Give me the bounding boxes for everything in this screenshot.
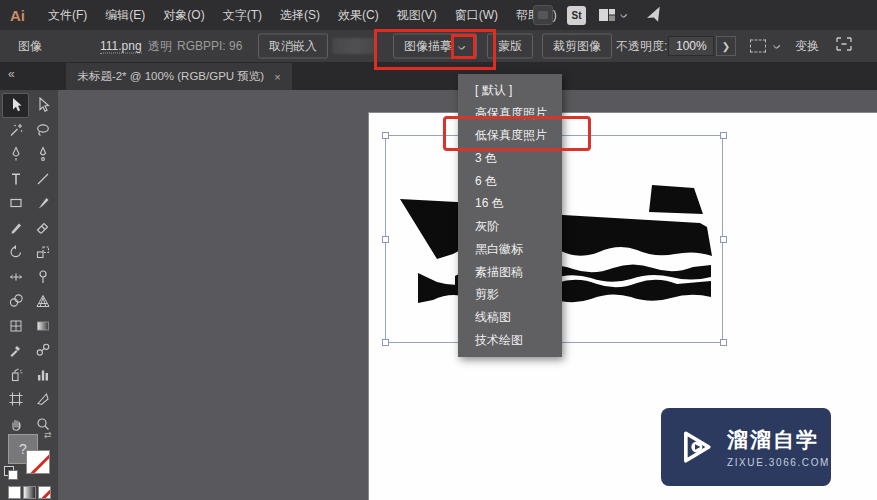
disabled-button [332, 38, 376, 54]
arrange-documents-icon[interactable]: ᨆ [598, 0, 628, 30]
object-type-label: 图像 [18, 38, 42, 55]
selection-handle[interactable] [720, 339, 727, 346]
trace-preset-bw-logo[interactable]: 黑白徽标 [458, 238, 562, 261]
trace-preset-technical-drawing[interactable]: 技术绘图 [458, 329, 562, 352]
ppi-label: PPI: 96 [203, 39, 242, 53]
menu-select[interactable]: 选择(S) [271, 0, 329, 30]
appearance-style-button[interactable]: ᨆ [750, 40, 781, 53]
transparency-label: 透明 [148, 38, 172, 55]
slice-tool[interactable] [29, 387, 56, 412]
pencil-tool[interactable] [2, 216, 29, 241]
opacity-expand-button[interactable]: ❯ [716, 36, 736, 56]
magic-wand-tool[interactable] [2, 118, 29, 143]
puppet-warp-tool[interactable] [29, 265, 56, 290]
chevron-down-icon: ᨆ [773, 41, 781, 52]
artboard-tool[interactable] [2, 387, 29, 412]
scale-tool[interactable] [29, 240, 56, 265]
direct-selection-tool[interactable] [29, 93, 56, 118]
default-fill-stroke-icon[interactable] [4, 466, 14, 476]
rectangle-tool[interactable] [2, 191, 29, 216]
style-swatch-icon [750, 40, 766, 53]
graph-tool[interactable] [29, 363, 56, 388]
selection-handle[interactable] [720, 236, 727, 243]
width-tool[interactable] [2, 265, 29, 290]
collapse-panel-button[interactable]: « [8, 67, 15, 81]
menu-effect[interactable]: 效果(C) [329, 0, 388, 30]
opacity-value-field[interactable]: 100% [668, 36, 714, 56]
trace-preset-16-colors[interactable]: 16 色 [458, 192, 562, 215]
eraser-tool[interactable] [29, 216, 56, 241]
hand-tool[interactable] [2, 412, 29, 437]
menu-edit[interactable]: 编辑(E) [96, 0, 154, 30]
chevron-down-icon: ᨆ [620, 10, 628, 21]
app-logo-icon: Ai [10, 7, 25, 24]
selection-handle[interactable] [382, 339, 389, 346]
none-swatch-button[interactable] [38, 486, 51, 499]
gradient-tool[interactable] [29, 314, 56, 339]
menu-file[interactable]: 文件(F) [39, 0, 96, 30]
pen-tool[interactable] [2, 142, 29, 167]
paintbrush-tool[interactable] [29, 191, 56, 216]
selection-handle[interactable] [720, 132, 727, 139]
tab-close-icon[interactable]: × [274, 71, 280, 83]
type-tool[interactable] [2, 167, 29, 192]
selection-handle[interactable] [382, 132, 389, 139]
menu-view[interactable]: 视图(V) [388, 0, 446, 30]
symbol-sprayer-tool[interactable] [2, 363, 29, 388]
shape-builder-tool[interactable] [2, 289, 29, 314]
bridge-icon[interactable] [533, 0, 553, 30]
document-tab-title: 未标题-2* @ 100% (RGB/GPU 预览) [77, 69, 264, 84]
menu-type[interactable]: 文字(T) [214, 0, 271, 30]
filename-link[interactable]: 111.png [100, 39, 142, 54]
mesh-tool[interactable] [2, 314, 29, 339]
crop-image-button[interactable]: 裁剪图像 [542, 34, 612, 59]
trace-preset-default[interactable]: [ 默认 ] [458, 79, 562, 102]
play-logo-icon [673, 423, 717, 471]
trace-preset-silhouette[interactable]: 剪影 [458, 283, 562, 306]
selection-tool[interactable] [2, 93, 29, 118]
trace-preset-6-colors[interactable]: 6 色 [458, 170, 562, 193]
main-menu: 文件(F) 编辑(E) 对象(O) 文字(T) 选择(S) 效果(C) 视图(V… [39, 0, 566, 30]
cancel-embed-button[interactable]: 取消嵌入 [258, 34, 328, 59]
trace-preset-sketch-art[interactable]: 素描图稿 [458, 261, 562, 284]
transform-button[interactable]: 变换 [795, 38, 819, 55]
opacity-label: 不透明度: [616, 38, 667, 55]
menu-window[interactable]: 窗口(W) [446, 0, 507, 30]
annotation-box-low-fidelity [443, 116, 591, 151]
selection-handle[interactable] [382, 236, 389, 243]
watermark-title: 溜溜自学 [727, 426, 830, 454]
lasso-tool[interactable] [29, 118, 56, 143]
watermark-site: ZIXUE.3066.COM [727, 457, 830, 468]
watermark-badge: 溜溜自学 ZIXUE.3066.COM [661, 408, 831, 486]
color-swatch-button[interactable] [8, 486, 21, 499]
menu-bar: Ai 文件(F) 编辑(E) 对象(O) 文字(T) 选择(S) 效果(C) 视… [0, 0, 877, 30]
trace-preset-grayscale[interactable]: 灰阶 [458, 215, 562, 238]
curvature-tool[interactable] [29, 142, 56, 167]
share-icon[interactable] [645, 0, 663, 30]
align-icon[interactable] [835, 36, 853, 56]
eyedropper-tool[interactable] [2, 338, 29, 363]
annotation-box-chevron [451, 34, 476, 59]
tools-panel: ⇄ ? [0, 90, 58, 500]
swap-fill-stroke-icon[interactable]: ⇄ [44, 430, 52, 440]
menu-object[interactable]: 对象(O) [154, 0, 213, 30]
stock-icon[interactable]: St [567, 0, 586, 30]
document-tab[interactable]: 未标题-2* @ 100% (RGB/GPU 预览) × [66, 63, 292, 90]
none-slash-icon [28, 450, 50, 474]
perspective-grid-tool[interactable] [29, 289, 56, 314]
gradient-swatch-button[interactable] [23, 486, 36, 499]
none-slash-icon [39, 486, 51, 499]
illustrator-window: Ai 文件(F) 编辑(E) 对象(O) 文字(T) 选择(S) 效果(C) 视… [0, 0, 877, 500]
trace-preset-line-art[interactable]: 线稿图 [458, 306, 562, 329]
rotate-tool[interactable] [2, 240, 29, 265]
annotation-box-image-trace [374, 29, 496, 70]
line-segment-tool[interactable] [29, 167, 56, 192]
blend-tool[interactable] [29, 338, 56, 363]
stroke-color-indicator[interactable] [26, 450, 50, 474]
color-mode-label: RGB [177, 39, 203, 53]
